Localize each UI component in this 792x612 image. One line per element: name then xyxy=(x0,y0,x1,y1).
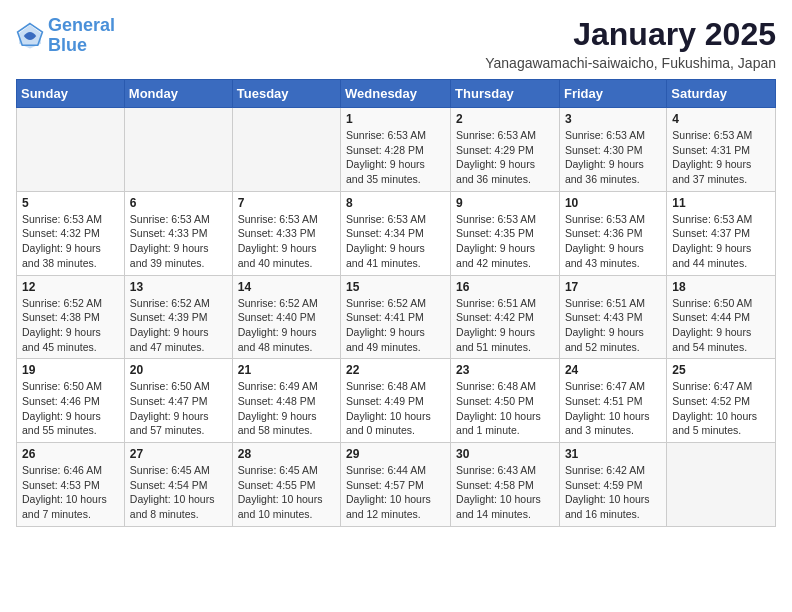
day-info: Sunrise: 6:46 AMSunset: 4:53 PMDaylight:… xyxy=(22,463,119,522)
calendar-cell xyxy=(232,108,340,192)
calendar-cell: 26Sunrise: 6:46 AMSunset: 4:53 PMDayligh… xyxy=(17,443,125,527)
day-number: 18 xyxy=(672,280,770,294)
logo: General Blue xyxy=(16,16,115,56)
main-title: January 2025 xyxy=(485,16,776,53)
calendar-cell: 30Sunrise: 6:43 AMSunset: 4:58 PMDayligh… xyxy=(451,443,560,527)
weekday-header: Wednesday xyxy=(341,80,451,108)
calendar-cell: 12Sunrise: 6:52 AMSunset: 4:38 PMDayligh… xyxy=(17,275,125,359)
day-number: 10 xyxy=(565,196,661,210)
day-info: Sunrise: 6:51 AMSunset: 4:42 PMDaylight:… xyxy=(456,296,554,355)
calendar-cell: 20Sunrise: 6:50 AMSunset: 4:47 PMDayligh… xyxy=(124,359,232,443)
calendar-cell: 31Sunrise: 6:42 AMSunset: 4:59 PMDayligh… xyxy=(559,443,666,527)
day-info: Sunrise: 6:50 AMSunset: 4:47 PMDaylight:… xyxy=(130,379,227,438)
day-number: 29 xyxy=(346,447,445,461)
calendar-cell: 29Sunrise: 6:44 AMSunset: 4:57 PMDayligh… xyxy=(341,443,451,527)
day-number: 2 xyxy=(456,112,554,126)
day-number: 8 xyxy=(346,196,445,210)
calendar-cell xyxy=(667,443,776,527)
weekday-header: Tuesday xyxy=(232,80,340,108)
day-info: Sunrise: 6:53 AMSunset: 4:29 PMDaylight:… xyxy=(456,128,554,187)
calendar: SundayMondayTuesdayWednesdayThursdayFrid… xyxy=(16,79,776,527)
day-info: Sunrise: 6:45 AMSunset: 4:54 PMDaylight:… xyxy=(130,463,227,522)
calendar-cell: 16Sunrise: 6:51 AMSunset: 4:42 PMDayligh… xyxy=(451,275,560,359)
calendar-cell: 7Sunrise: 6:53 AMSunset: 4:33 PMDaylight… xyxy=(232,191,340,275)
weekday-header: Thursday xyxy=(451,80,560,108)
calendar-cell: 3Sunrise: 6:53 AMSunset: 4:30 PMDaylight… xyxy=(559,108,666,192)
day-number: 4 xyxy=(672,112,770,126)
day-info: Sunrise: 6:49 AMSunset: 4:48 PMDaylight:… xyxy=(238,379,335,438)
day-number: 26 xyxy=(22,447,119,461)
calendar-body: 1Sunrise: 6:53 AMSunset: 4:28 PMDaylight… xyxy=(17,108,776,527)
calendar-week-row: 1Sunrise: 6:53 AMSunset: 4:28 PMDaylight… xyxy=(17,108,776,192)
day-number: 17 xyxy=(565,280,661,294)
calendar-cell: 28Sunrise: 6:45 AMSunset: 4:55 PMDayligh… xyxy=(232,443,340,527)
day-info: Sunrise: 6:53 AMSunset: 4:34 PMDaylight:… xyxy=(346,212,445,271)
weekday-header: Monday xyxy=(124,80,232,108)
calendar-cell: 19Sunrise: 6:50 AMSunset: 4:46 PMDayligh… xyxy=(17,359,125,443)
logo-text: General Blue xyxy=(48,16,115,56)
day-info: Sunrise: 6:51 AMSunset: 4:43 PMDaylight:… xyxy=(565,296,661,355)
day-number: 24 xyxy=(565,363,661,377)
day-number: 28 xyxy=(238,447,335,461)
calendar-cell: 8Sunrise: 6:53 AMSunset: 4:34 PMDaylight… xyxy=(341,191,451,275)
calendar-cell: 18Sunrise: 6:50 AMSunset: 4:44 PMDayligh… xyxy=(667,275,776,359)
calendar-cell: 9Sunrise: 6:53 AMSunset: 4:35 PMDaylight… xyxy=(451,191,560,275)
day-info: Sunrise: 6:53 AMSunset: 4:37 PMDaylight:… xyxy=(672,212,770,271)
day-info: Sunrise: 6:48 AMSunset: 4:50 PMDaylight:… xyxy=(456,379,554,438)
day-number: 14 xyxy=(238,280,335,294)
page-header: General Blue January 2025 Yanagawamachi-… xyxy=(16,16,776,71)
title-section: January 2025 Yanagawamachi-saiwaicho, Fu… xyxy=(485,16,776,71)
day-number: 21 xyxy=(238,363,335,377)
logo-icon xyxy=(16,22,44,50)
day-number: 27 xyxy=(130,447,227,461)
calendar-cell xyxy=(17,108,125,192)
day-number: 1 xyxy=(346,112,445,126)
day-number: 5 xyxy=(22,196,119,210)
calendar-cell: 25Sunrise: 6:47 AMSunset: 4:52 PMDayligh… xyxy=(667,359,776,443)
calendar-cell: 6Sunrise: 6:53 AMSunset: 4:33 PMDaylight… xyxy=(124,191,232,275)
calendar-cell: 21Sunrise: 6:49 AMSunset: 4:48 PMDayligh… xyxy=(232,359,340,443)
day-info: Sunrise: 6:50 AMSunset: 4:46 PMDaylight:… xyxy=(22,379,119,438)
day-info: Sunrise: 6:42 AMSunset: 4:59 PMDaylight:… xyxy=(565,463,661,522)
day-number: 15 xyxy=(346,280,445,294)
calendar-cell: 24Sunrise: 6:47 AMSunset: 4:51 PMDayligh… xyxy=(559,359,666,443)
day-info: Sunrise: 6:48 AMSunset: 4:49 PMDaylight:… xyxy=(346,379,445,438)
day-number: 13 xyxy=(130,280,227,294)
day-info: Sunrise: 6:53 AMSunset: 4:33 PMDaylight:… xyxy=(238,212,335,271)
day-info: Sunrise: 6:53 AMSunset: 4:31 PMDaylight:… xyxy=(672,128,770,187)
day-number: 9 xyxy=(456,196,554,210)
day-number: 31 xyxy=(565,447,661,461)
calendar-cell: 17Sunrise: 6:51 AMSunset: 4:43 PMDayligh… xyxy=(559,275,666,359)
calendar-cell: 10Sunrise: 6:53 AMSunset: 4:36 PMDayligh… xyxy=(559,191,666,275)
calendar-week-row: 12Sunrise: 6:52 AMSunset: 4:38 PMDayligh… xyxy=(17,275,776,359)
day-number: 30 xyxy=(456,447,554,461)
calendar-cell xyxy=(124,108,232,192)
day-info: Sunrise: 6:44 AMSunset: 4:57 PMDaylight:… xyxy=(346,463,445,522)
calendar-cell: 27Sunrise: 6:45 AMSunset: 4:54 PMDayligh… xyxy=(124,443,232,527)
day-number: 22 xyxy=(346,363,445,377)
calendar-cell: 4Sunrise: 6:53 AMSunset: 4:31 PMDaylight… xyxy=(667,108,776,192)
day-number: 12 xyxy=(22,280,119,294)
calendar-cell: 22Sunrise: 6:48 AMSunset: 4:49 PMDayligh… xyxy=(341,359,451,443)
day-info: Sunrise: 6:53 AMSunset: 4:33 PMDaylight:… xyxy=(130,212,227,271)
day-number: 16 xyxy=(456,280,554,294)
calendar-cell: 15Sunrise: 6:52 AMSunset: 4:41 PMDayligh… xyxy=(341,275,451,359)
calendar-cell: 1Sunrise: 6:53 AMSunset: 4:28 PMDaylight… xyxy=(341,108,451,192)
day-info: Sunrise: 6:53 AMSunset: 4:32 PMDaylight:… xyxy=(22,212,119,271)
weekday-row: SundayMondayTuesdayWednesdayThursdayFrid… xyxy=(17,80,776,108)
day-number: 6 xyxy=(130,196,227,210)
calendar-week-row: 26Sunrise: 6:46 AMSunset: 4:53 PMDayligh… xyxy=(17,443,776,527)
day-info: Sunrise: 6:43 AMSunset: 4:58 PMDaylight:… xyxy=(456,463,554,522)
day-info: Sunrise: 6:52 AMSunset: 4:41 PMDaylight:… xyxy=(346,296,445,355)
calendar-cell: 14Sunrise: 6:52 AMSunset: 4:40 PMDayligh… xyxy=(232,275,340,359)
day-info: Sunrise: 6:52 AMSunset: 4:40 PMDaylight:… xyxy=(238,296,335,355)
day-number: 19 xyxy=(22,363,119,377)
calendar-cell: 5Sunrise: 6:53 AMSunset: 4:32 PMDaylight… xyxy=(17,191,125,275)
day-info: Sunrise: 6:50 AMSunset: 4:44 PMDaylight:… xyxy=(672,296,770,355)
calendar-cell: 13Sunrise: 6:52 AMSunset: 4:39 PMDayligh… xyxy=(124,275,232,359)
day-number: 7 xyxy=(238,196,335,210)
day-info: Sunrise: 6:52 AMSunset: 4:38 PMDaylight:… xyxy=(22,296,119,355)
day-info: Sunrise: 6:47 AMSunset: 4:51 PMDaylight:… xyxy=(565,379,661,438)
day-info: Sunrise: 6:53 AMSunset: 4:28 PMDaylight:… xyxy=(346,128,445,187)
day-info: Sunrise: 6:52 AMSunset: 4:39 PMDaylight:… xyxy=(130,296,227,355)
